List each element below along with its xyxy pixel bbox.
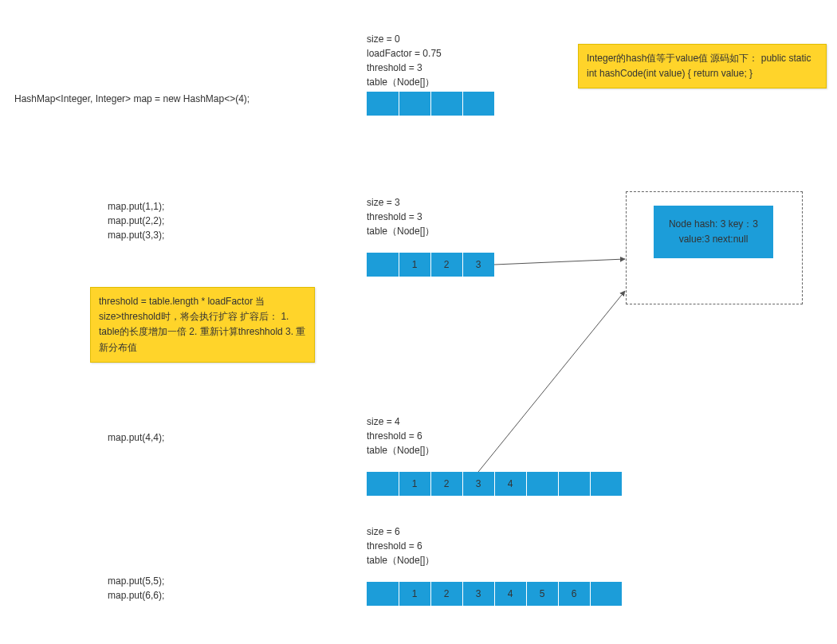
code-put-56: map.put(5,5); map.put(6,6);	[108, 574, 164, 603]
state3-cell-2: 2	[430, 582, 462, 606]
state2-cell-7	[590, 472, 622, 496]
code-decl: HashMap<Integer, Integer> map = new Hash…	[14, 92, 250, 106]
state3-cell-4: 4	[494, 582, 526, 606]
state2-cell-0	[367, 472, 399, 496]
state3-cell-1: 1	[399, 582, 430, 606]
state0-text: size = 0 loadFactor = 0.75 threshold = 3…	[367, 32, 442, 89]
state3-cell-5: 5	[526, 582, 558, 606]
arrow-state2-to-node	[478, 291, 625, 472]
state2-cell-4: 4	[494, 472, 526, 496]
state2-cell-6	[558, 472, 590, 496]
state3-cell-0	[367, 582, 399, 606]
state3-cell-7	[590, 582, 622, 606]
state1-cell-1: 1	[399, 253, 430, 277]
state2-cell-1: 1	[399, 472, 430, 496]
state1-cell-2: 2	[430, 253, 462, 277]
state3-table: 1 2 3 4 5 6	[367, 582, 622, 606]
state1-cell-0	[367, 253, 399, 277]
node-detail: Node hash: 3 key：3 value:3 next:null	[654, 206, 773, 258]
state2-cell-5	[526, 472, 558, 496]
state2-table: 1 2 3 4	[367, 472, 622, 496]
diagram-canvas: HashMap<Integer, Integer> map = new Hash…	[0, 0, 837, 644]
arrow-state1-to-node	[494, 259, 625, 265]
state1-table: 1 2 3	[367, 253, 494, 277]
state0-table	[367, 92, 494, 116]
state2-cell-3: 3	[462, 472, 494, 496]
code-put-4: map.put(4,4);	[108, 430, 164, 445]
note-hashcode: Integer的hash值等于value值 源码如下： public stati…	[578, 44, 827, 88]
state1-cell-3: 3	[462, 253, 494, 277]
state1-text: size = 3 threshold = 3 table（Node[]）	[367, 195, 434, 238]
note-resize: threshold = table.length * loadFactor 当s…	[90, 287, 315, 363]
state3-cell-3: 3	[462, 582, 494, 606]
state3-cell-6: 6	[558, 582, 590, 606]
state2-cell-2: 2	[430, 472, 462, 496]
state3-text: size = 6 threshold = 6 table（Node[]）	[367, 524, 434, 567]
code-put-123: map.put(1,1); map.put(2,2); map.put(3,3)…	[108, 199, 164, 242]
state2-text: size = 4 threshold = 6 table（Node[]）	[367, 414, 434, 457]
